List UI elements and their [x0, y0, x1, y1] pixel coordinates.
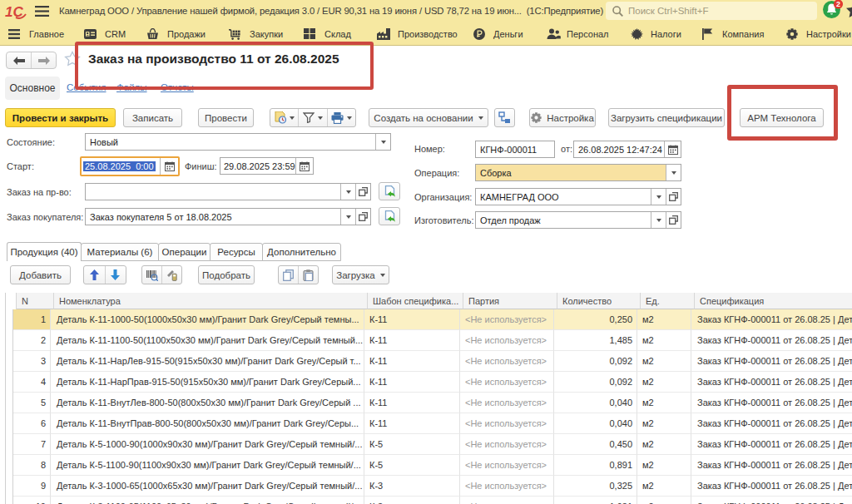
spec-template-cell[interactable]: К-3: [364, 497, 460, 504]
section-production[interactable]: Производство: [398, 28, 458, 41]
manufacturer-open-button[interactable]: [666, 212, 681, 228]
prod-order-field[interactable]: [85, 183, 371, 200]
specification-cell[interactable]: Заказ КГНФ-000011 от 26.08.25 | Дет: [691, 476, 852, 497]
spec-template-cell[interactable]: К-11: [364, 413, 460, 434]
state-dropdown-button[interactable]: [375, 134, 390, 150]
terminal-button[interactable]: [161, 266, 181, 284]
spec-template-cell[interactable]: К-5: [364, 434, 460, 455]
scan-barcode-button[interactable]: [142, 266, 161, 284]
manufacturer-field[interactable]: Отдел продаж: [475, 211, 681, 229]
copy-rows-button[interactable]: [279, 266, 298, 284]
unit-cell[interactable]: м2: [637, 309, 691, 330]
table-row[interactable]: 10 Деталь К-3-1100-65(1100х65х30 мм)/Гра…: [6, 497, 852, 504]
spec-template-cell[interactable]: К-5: [364, 455, 460, 476]
spec-template-cell[interactable]: К-11: [364, 372, 460, 393]
col-batch[interactable]: Партия: [463, 293, 557, 309]
tab-additional[interactable]: Дополнительно: [262, 243, 341, 261]
finish-field[interactable]: 29.08.2025 23:59: [220, 157, 314, 175]
table-row[interactable]: 4 Деталь К-11-НарПрав-915-50(915х50х30 м…: [6, 372, 852, 393]
quantity-cell[interactable]: 0,250: [554, 309, 637, 330]
number-field[interactable]: КГНФ-000011: [475, 141, 555, 158]
state-field[interactable]: Новый: [85, 133, 391, 151]
section-company[interactable]: Компания: [722, 28, 764, 41]
table-row[interactable]: 6 Деталь К-11-ВнутПрав-800-50(800х50х30 …: [6, 413, 852, 434]
post-and-close-button[interactable]: Провести и закрыть: [5, 108, 116, 127]
prod-order-open-button[interactable]: [355, 184, 370, 200]
customer-order-fill-button[interactable]: [379, 207, 400, 225]
batch-cell[interactable]: <Не используется>: [460, 351, 554, 372]
nomenclature-cell[interactable]: Деталь К-3-1000-65(1000х65х30 мм)/Гранит…: [51, 476, 364, 497]
add-row-button[interactable]: Добавить: [10, 265, 71, 284]
start-field[interactable]: 25.08.2025 0:00: [80, 156, 180, 176]
link-files[interactable]: Файлы: [116, 82, 147, 92]
organization-open-button[interactable]: [666, 189, 681, 205]
table-row[interactable]: 2 Деталь К-11-1100-50(1100х50х30 мм)/Гра…: [6, 330, 852, 351]
tab-products[interactable]: Продукция (40): [7, 242, 82, 261]
section-warehouse[interactable]: Склад: [324, 28, 351, 41]
specification-cell[interactable]: Заказ КГНФ-000011 от 26.08.25 | Дет: [691, 330, 852, 351]
quantity-cell[interactable]: 0,891: [554, 455, 637, 476]
nomenclature-cell[interactable]: Деталь К-3-1100-65(1100х65х30 мм)/Гранит…: [51, 497, 364, 504]
batch-cell[interactable]: <Не используется>: [460, 330, 554, 351]
section-settings[interactable]: Настройки: [806, 28, 851, 41]
batch-cell[interactable]: <Не используется>: [460, 393, 554, 413]
table-row[interactable]: 8 Деталь К-5-1100-90(1100х90х30 мм)/Гран…: [6, 455, 852, 476]
section-purchases[interactable]: Закупки: [250, 28, 283, 41]
tab-resources[interactable]: Ресурсы: [210, 243, 263, 261]
unit-cell[interactable]: м2: [637, 413, 691, 434]
section-main[interactable]: Главное: [29, 28, 64, 41]
prod-order-fill-button[interactable]: [379, 182, 400, 200]
nomenclature-cell[interactable]: Деталь К-11-ВнутЛев-800-50(800х50х30 мм)…: [51, 393, 364, 413]
filter-button[interactable]: [298, 109, 326, 126]
nomenclature-cell[interactable]: Деталь К-11-НарПрав-915-50(915х50х30 мм)…: [51, 372, 364, 393]
unit-cell[interactable]: м2: [637, 393, 691, 413]
unit-cell[interactable]: м2: [637, 497, 691, 504]
quantity-cell[interactable]: 0,325: [554, 476, 637, 497]
table-row[interactable]: 9 Деталь К-3-1000-65(1000х65х30 мм)/Гран…: [6, 476, 852, 497]
col-spec-template[interactable]: Шабон специфика...: [368, 293, 463, 309]
specification-cell[interactable]: Заказ КГНФ-000011 от 26.08.25 | Дет: [691, 497, 852, 504]
subordination-structure-button[interactable]: [494, 108, 515, 127]
create-based-on-button[interactable]: Создать на основании: [369, 108, 488, 127]
nomenclature-cell[interactable]: Деталь К-5-1000-90(1000х90х30 мм)/Гранит…: [51, 434, 364, 455]
move-down-button[interactable]: [105, 266, 126, 284]
batch-cell[interactable]: <Не используется>: [460, 455, 554, 476]
col-quantity[interactable]: Количество: [557, 293, 641, 309]
quantity-cell[interactable]: 0,040: [554, 413, 637, 434]
spec-template-cell[interactable]: К-11: [364, 351, 460, 372]
prod-order-dropdown-button[interactable]: [340, 184, 355, 200]
specification-cell[interactable]: Заказ КГНФ-000011 от 26.08.25 | Дет: [691, 351, 852, 372]
back-button[interactable]: [7, 52, 31, 68]
tab-operations[interactable]: Операции: [158, 243, 211, 261]
nomenclature-cell[interactable]: Деталь К-11-ВнутПрав-800-50(800х50х30 мм…: [51, 413, 364, 434]
main-menu-icon[interactable]: [35, 6, 49, 17]
specification-cell[interactable]: Заказ КГНФ-000011 от 26.08.25 | Дет: [691, 309, 852, 330]
date-calendar-button[interactable]: [664, 141, 681, 157]
unit-cell[interactable]: м2: [637, 330, 691, 351]
unit-cell[interactable]: м2: [637, 351, 691, 372]
start-calendar-button[interactable]: [160, 158, 178, 175]
spec-template-cell[interactable]: К-11: [364, 309, 460, 330]
specification-cell[interactable]: Заказ КГНФ-000011 от 26.08.25 | Дет: [691, 393, 852, 413]
section-crm[interactable]: CRM: [105, 28, 126, 41]
nomenclature-cell[interactable]: Деталь К-11-1000-50(1000х50х30 мм)/Грани…: [51, 309, 364, 330]
batch-cell[interactable]: <Не используется>: [460, 476, 554, 497]
save-button[interactable]: Записать: [123, 108, 182, 127]
nomenclature-cell[interactable]: Деталь К-11-НарЛев-915-50(915х50х30 мм)/…: [51, 351, 364, 372]
link-events[interactable]: События: [67, 82, 106, 92]
tab-main[interactable]: Основное: [5, 77, 60, 100]
section-taxes[interactable]: Налоги: [651, 28, 681, 41]
nomenclature-cell[interactable]: Деталь К-5-1100-90(1100х90х30 мм)/Гранит…: [51, 455, 364, 476]
table-row[interactable]: 1 Деталь К-11-1000-50(1000х50х30 мм)/Гра…: [6, 309, 852, 330]
table-row[interactable]: 5 Деталь К-11-ВнутЛев-800-50(800х50х30 м…: [6, 393, 852, 413]
global-search-input[interactable]: Поиск Ctrl+Shift+F: [606, 2, 817, 20]
specification-cell[interactable]: Заказ КГНФ-000011 от 26.08.25 | Дет: [691, 372, 852, 393]
paste-rows-button[interactable]: [298, 266, 318, 284]
specification-cell[interactable]: Заказ КГНФ-000011 от 26.08.25 | Дет: [691, 434, 852, 455]
batch-cell[interactable]: <Не используется>: [460, 309, 554, 330]
link-reports[interactable]: Отчеты: [161, 82, 194, 92]
spec-template-cell[interactable]: К-11: [364, 393, 460, 413]
col-unit[interactable]: Ед.: [641, 293, 695, 309]
organization-dropdown-button[interactable]: [651, 189, 666, 205]
load-button[interactable]: Загрузка: [332, 265, 389, 284]
